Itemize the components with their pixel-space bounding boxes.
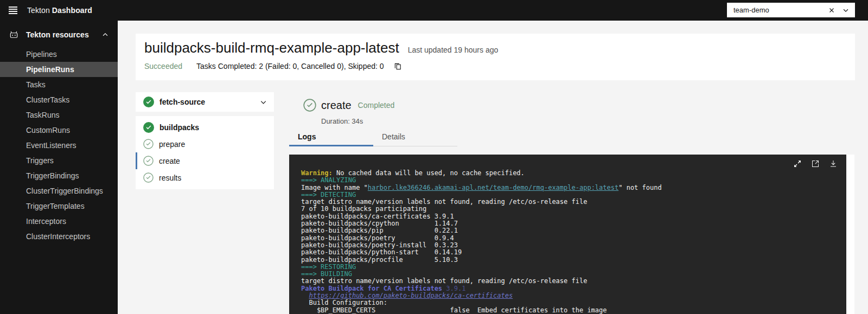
maximize-icon[interactable] — [793, 159, 802, 168]
log-link[interactable]: https://github.com/paketo-buildpacks/ca-… — [309, 292, 513, 299]
log-text: No cached data will be used, no cache sp… — [333, 169, 525, 177]
log-text: paketo-buildpacks/poetry 0.9.4 — [301, 234, 454, 242]
sidebar-item-triggerbindings[interactable]: TriggerBindings — [0, 168, 118, 183]
log-line: paketo-buildpacks/procfile 5.10.3 — [301, 257, 846, 264]
task-header-buildpacks[interactable]: buildpacks — [136, 119, 274, 136]
tasks-summary: Tasks Completed: 2 (Failed: 0, Cancelled… — [196, 62, 384, 71]
log-text: paketo-buildpacks/ca-certificates 3.9.1 — [301, 213, 454, 220]
log-line: paketo-buildpacks/poetry-install 0.3.23 — [301, 242, 846, 249]
namespace-value: team-demo — [733, 6, 828, 14]
step-status: Completed — [358, 101, 395, 110]
step-list: preparecreateresults — [136, 136, 274, 186]
step-label: results — [159, 174, 181, 182]
step-item-prepare[interactable]: prepare — [136, 136, 274, 152]
task-item-buildpacks: buildpacks preparecreateresults — [136, 116, 274, 189]
log-line: $BP_EMBED_CERTS false Embed certificates… — [301, 307, 846, 314]
sidebar: Tekton resources PipelinesPipelineRunsTa… — [0, 21, 118, 314]
last-updated-label: Last updated 19 hours ago — [408, 46, 499, 54]
log-line: paketo-buildpacks/cpython 1.14.7 — [301, 220, 846, 227]
sidebar-section-tekton-resources[interactable]: Tekton resources — [0, 25, 118, 44]
log-line: Warning: No cached data will be used, no… — [301, 170, 846, 177]
log-line: Build Configuration: — [301, 299, 846, 306]
step-label: create — [159, 157, 180, 165]
log-link[interactable]: harbor.lke366246.akamai-apl.net/team-dem… — [368, 184, 618, 191]
sidebar-item-interceptors[interactable]: Interceptors — [0, 214, 118, 229]
log-text: 3.9.1 — [442, 285, 465, 292]
chevron-up-icon — [101, 31, 109, 39]
log-text: paketo-buildpacks/poetry-install 0.3.23 — [301, 241, 458, 249]
download-icon[interactable] — [829, 159, 838, 168]
sidebar-item-pipelines[interactable]: Pipelines — [0, 47, 118, 62]
sidebar-item-clusterinterceptors[interactable]: ClusterInterceptors — [0, 229, 118, 244]
log-line: paketo-buildpacks/ca-certificates 3.9.1 — [301, 213, 846, 220]
task-tree: fetch-source buildpacks preparecreateres… — [136, 92, 274, 189]
task-name: fetch-source — [159, 98, 205, 106]
step-detail-tabs: Logs Details — [289, 130, 457, 146]
log-text: paketo-buildpacks/cpython 1.14.7 — [301, 220, 458, 227]
log-text: Image with name " — [301, 184, 368, 191]
sidebar-item-triggertemplates[interactable]: TriggerTemplates — [0, 198, 118, 214]
step-name: create — [321, 99, 352, 112]
log-text — [301, 292, 309, 299]
step-item-results[interactable]: results — [136, 169, 274, 186]
log-line: target distro name/version labels not fo… — [301, 278, 846, 285]
log-text: target distro name/version labels not fo… — [301, 198, 587, 206]
pipelinerun-header-card: buildpacks-build-rmq-example-app-latest … — [136, 34, 855, 80]
check-circle-outline-icon — [303, 99, 316, 112]
log-line: ===> BUILDING — [301, 271, 846, 278]
chevron-down-icon — [259, 98, 267, 106]
step-item-create[interactable]: create — [136, 152, 274, 169]
log-line: ===> ANALYZING — [301, 177, 846, 184]
copy-icon[interactable] — [394, 62, 402, 71]
step-detail-header: create Completed — [289, 99, 394, 112]
log-text: " not found — [618, 184, 661, 191]
check-circle-filled-icon — [143, 97, 154, 107]
top-bar: Tekton Dashboard team-demo — [0, 0, 868, 21]
sidebar-item-eventlisteners[interactable]: EventListeners — [0, 138, 118, 153]
log-text: ===> RESTORING — [301, 263, 356, 271]
log-content: Warning: No cached data will be used, no… — [301, 170, 846, 314]
status-badge: Succeeded — [144, 62, 182, 71]
task-name: buildpacks — [159, 123, 199, 132]
sidebar-item-clustertriggerbindings[interactable]: ClusterTriggerBindings — [0, 183, 118, 198]
sidebar-item-triggers[interactable]: Triggers — [0, 153, 118, 168]
tab-details[interactable]: Details — [373, 130, 457, 146]
tab-logs[interactable]: Logs — [289, 130, 373, 146]
log-line: paketo-buildpacks/poetry 0.9.4 — [301, 235, 846, 242]
log-line: ===> RESTORING — [301, 264, 846, 271]
log-line: target distro name/version labels not fo… — [301, 198, 846, 206]
sidebar-item-taskruns[interactable]: TaskRuns — [0, 107, 118, 123]
sidebar-section-label: Tekton resources — [26, 30, 89, 39]
log-line: ===> DETECTING — [301, 191, 846, 198]
check-circle-filled-icon — [143, 122, 154, 133]
log-panel: Warning: No cached data will be used, no… — [289, 155, 846, 314]
log-text: Paketo Buildpack for CA Certificates — [301, 285, 442, 292]
log-line: Image with name "harbor.lke366246.akamai… — [301, 184, 846, 191]
page-title: buildpacks-build-rmq-example-app-latest — [144, 39, 399, 56]
log-scrollbar-track[interactable] — [846, 155, 854, 314]
log-line: paketo-buildpacks/pip 0.22.1 — [301, 227, 846, 234]
robot-icon — [9, 30, 19, 40]
log-text: ===> ANALYZING — [301, 176, 356, 184]
menu-icon[interactable] — [0, 0, 26, 21]
launch-icon[interactable] — [811, 159, 820, 168]
app-title: Tekton Dashboard — [27, 6, 92, 15]
sidebar-item-clustertasks[interactable]: ClusterTasks — [0, 92, 118, 107]
log-text: 7 of 10 buildpacks participating — [301, 205, 426, 213]
log-viewer: Warning: No cached data will be used, no… — [289, 155, 854, 314]
namespace-selector[interactable]: team-demo — [727, 3, 855, 17]
sidebar-item-pipelineruns[interactable]: PipelineRuns — [0, 62, 118, 77]
step-label: prepare — [159, 140, 185, 149]
task-item-fetch-source[interactable]: fetch-source — [136, 92, 274, 112]
step-duration: Duration: 34s — [321, 117, 363, 125]
sidebar-item-customruns[interactable]: CustomRuns — [0, 123, 118, 138]
log-toolbar — [793, 159, 838, 168]
log-text: target distro name/version labels not fo… — [301, 277, 587, 285]
check-circle-outline-icon — [143, 156, 154, 166]
close-icon[interactable] — [828, 7, 835, 14]
log-line: https://github.com/paketo-buildpacks/ca-… — [301, 292, 846, 299]
chevron-down-icon[interactable] — [842, 7, 850, 14]
check-circle-outline-icon — [143, 172, 154, 183]
sidebar-item-tasks[interactable]: Tasks — [0, 77, 118, 92]
log-text: paketo-buildpacks/procfile 5.10.3 — [301, 256, 458, 264]
